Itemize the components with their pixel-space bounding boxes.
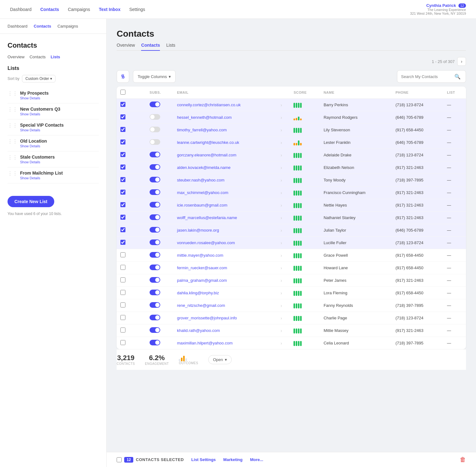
- row-checkbox[interactable]: [120, 102, 125, 107]
- cell-expand[interactable]: ›: [277, 274, 290, 287]
- cell-email[interactable]: maximillan.hilpert@yahoo.com: [173, 337, 277, 349]
- cell-email[interactable]: timothy_farrell@yahoo.com: [173, 124, 277, 136]
- more-link[interactable]: More...: [250, 457, 263, 462]
- subscription-toggle[interactable]: [150, 340, 160, 345]
- marketing-link[interactable]: Marketing: [223, 457, 242, 462]
- subscription-toggle[interactable]: [150, 102, 160, 107]
- subscription-toggle[interactable]: [150, 277, 160, 283]
- cell-expand[interactable]: ›: [277, 237, 290, 249]
- list-item-detail[interactable]: Show Details: [20, 176, 99, 180]
- sidebar-tab-contacts[interactable]: Contacts: [29, 55, 45, 59]
- row-checkbox[interactable]: [120, 215, 125, 220]
- nav-campaigns[interactable]: Campaigns: [68, 7, 90, 12]
- list-item-detail[interactable]: Show Details: [20, 144, 99, 148]
- row-checkbox[interactable]: [120, 252, 125, 257]
- sidebar-tab-overview[interactable]: Overview: [8, 55, 24, 59]
- cell-email[interactable]: palma_graham@gmail.com: [173, 274, 277, 287]
- cell-expand[interactable]: ›: [277, 136, 290, 149]
- cell-email[interactable]: khalid.rath@yahoo.com: [173, 324, 277, 337]
- cell-expand[interactable]: ›: [277, 186, 290, 199]
- tab-contacts[interactable]: Contacts: [141, 43, 160, 51]
- cell-expand[interactable]: ›: [277, 161, 290, 174]
- cell-email[interactable]: hessel_kenneth@hotmail.com: [173, 111, 277, 124]
- subscription-toggle[interactable]: [150, 114, 160, 120]
- cell-email[interactable]: mittie.mayer@yahoo.com: [173, 249, 277, 262]
- sidebar-tab-lists[interactable]: Lists: [51, 55, 60, 59]
- nav-text-inbox[interactable]: Text Inbox: [99, 7, 120, 12]
- row-checkbox[interactable]: [120, 114, 125, 119]
- list-settings-link[interactable]: List Settings: [191, 457, 216, 462]
- row-checkbox[interactable]: [120, 152, 125, 157]
- cell-email[interactable]: fermin_ruecker@sauer.com: [173, 262, 277, 274]
- subscription-toggle[interactable]: [150, 177, 160, 182]
- cell-email[interactable]: jasen.lakin@moore.org: [173, 224, 277, 237]
- row-checkbox[interactable]: [120, 290, 125, 295]
- subscription-toggle[interactable]: [150, 202, 160, 207]
- cell-expand[interactable]: ›: [277, 262, 290, 274]
- cell-email[interactable]: leanne.cartwright@leuschke.co.uk: [173, 136, 277, 149]
- row-checkbox[interactable]: [120, 202, 125, 207]
- subscription-toggle[interactable]: [150, 252, 160, 258]
- delete-button[interactable]: 🗑: [460, 456, 466, 463]
- cell-expand[interactable]: ›: [277, 224, 290, 237]
- subscription-toggle[interactable]: [150, 152, 160, 157]
- cell-email[interactable]: dahlia.kling@torphy.biz: [173, 287, 277, 299]
- row-checkbox[interactable]: [120, 240, 125, 245]
- cell-email[interactable]: grover_morissette@johnpaul.info: [173, 312, 277, 324]
- drag-handle[interactable]: ⋮⋮: [8, 123, 18, 129]
- open-button[interactable]: Open ▾: [208, 355, 232, 364]
- sidebar-nav-dashboard[interactable]: Dashboard: [8, 24, 28, 29]
- row-checkbox[interactable]: [120, 277, 125, 282]
- search-icon[interactable]: 🔍: [454, 74, 461, 80]
- cell-email[interactable]: icie.rosenbaum@gmail.com: [173, 199, 277, 212]
- sort-select[interactable]: Custom Order ▾: [22, 75, 56, 82]
- subscription-toggle[interactable]: [150, 139, 160, 145]
- bottom-select-checkbox[interactable]: [117, 457, 122, 462]
- subscription-toggle[interactable]: [150, 327, 160, 333]
- cell-email[interactable]: max_schimmel@yahoo.com: [173, 186, 277, 199]
- subscription-toggle[interactable]: [150, 239, 160, 245]
- cell-expand[interactable]: ›: [277, 324, 290, 337]
- toggle-columns-button[interactable]: Toggle Columns ▾: [133, 70, 176, 83]
- row-checkbox[interactable]: [120, 328, 125, 333]
- subscription-toggle[interactable]: [150, 127, 160, 132]
- drag-handle[interactable]: ⋮⋮: [8, 155, 18, 160]
- cell-email[interactable]: alden.kovacek@imelda.name: [173, 161, 277, 174]
- row-checkbox[interactable]: [120, 227, 125, 232]
- row-checkbox[interactable]: [120, 190, 125, 195]
- cell-expand[interactable]: ›: [277, 312, 290, 324]
- filter-icon-button[interactable]: [117, 70, 129, 83]
- select-all-checkbox[interactable]: [120, 90, 125, 95]
- row-checkbox[interactable]: [120, 139, 125, 144]
- cell-email[interactable]: steuber.nash@yahoo.com: [173, 174, 277, 186]
- subscription-toggle[interactable]: [150, 164, 160, 170]
- row-checkbox[interactable]: [120, 315, 125, 320]
- nav-settings[interactable]: Settings: [129, 7, 145, 12]
- create-list-button[interactable]: Create New List: [8, 196, 54, 207]
- list-item-detail[interactable]: Show Details: [20, 96, 99, 100]
- cell-expand[interactable]: ›: [277, 124, 290, 136]
- cell-expand[interactable]: ›: [277, 99, 290, 111]
- subscription-toggle[interactable]: [150, 189, 160, 195]
- subscription-toggle[interactable]: [150, 265, 160, 270]
- row-checkbox[interactable]: [120, 265, 125, 270]
- tab-lists[interactable]: Lists: [166, 43, 175, 50]
- subscription-toggle[interactable]: [150, 214, 160, 220]
- nav-contacts[interactable]: Contacts: [40, 7, 59, 12]
- subscription-toggle[interactable]: [150, 315, 160, 320]
- cell-expand[interactable]: ›: [277, 337, 290, 349]
- cell-expand[interactable]: ›: [277, 299, 290, 312]
- cell-email[interactable]: wolff_marcellus@estefania.name: [173, 212, 277, 224]
- cell-expand[interactable]: ›: [277, 174, 290, 186]
- cell-email[interactable]: gorczany.eleanore@hotmail.com: [173, 149, 277, 161]
- cell-expand[interactable]: ›: [277, 111, 290, 124]
- cell-expand[interactable]: ›: [277, 212, 290, 224]
- row-checkbox[interactable]: [120, 165, 125, 170]
- row-checkbox[interactable]: [120, 177, 125, 182]
- drag-handle[interactable]: ⋮⋮: [8, 171, 18, 176]
- row-checkbox[interactable]: [120, 302, 125, 307]
- cell-expand[interactable]: ›: [277, 199, 290, 212]
- cell-email[interactable]: vonrueden.rosalee@yahoo.com: [173, 237, 277, 249]
- drag-handle[interactable]: ⋮⋮: [8, 139, 18, 144]
- drag-handle[interactable]: ⋮⋮: [8, 91, 18, 97]
